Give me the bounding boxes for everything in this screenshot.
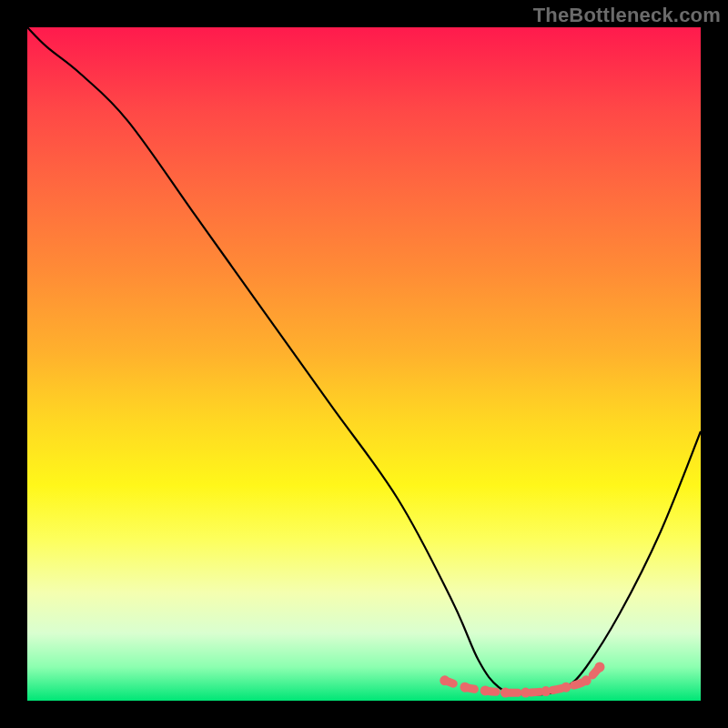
minimum-marker-dot — [581, 675, 592, 685]
minimum-marker-dot — [440, 675, 450, 685]
bottleneck-curve — [27, 27, 701, 695]
minimum-marker-dot — [480, 685, 490, 695]
minimum-marker-dot — [541, 686, 551, 696]
watermark-text: TheBottleneck.com — [533, 4, 721, 27]
minimum-marker-dot — [460, 682, 470, 693]
minimum-marker-dot — [561, 682, 571, 693]
chart-svg — [27, 27, 701, 701]
minimum-marker-dot — [521, 688, 531, 698]
minimum-marker-dot — [595, 662, 605, 672]
minimum-marker-dot — [500, 688, 511, 698]
chart-frame: TheBottleneck.com — [0, 0, 728, 728]
minimum-marker-band — [440, 662, 604, 698]
chart-plot-area — [27, 27, 701, 701]
